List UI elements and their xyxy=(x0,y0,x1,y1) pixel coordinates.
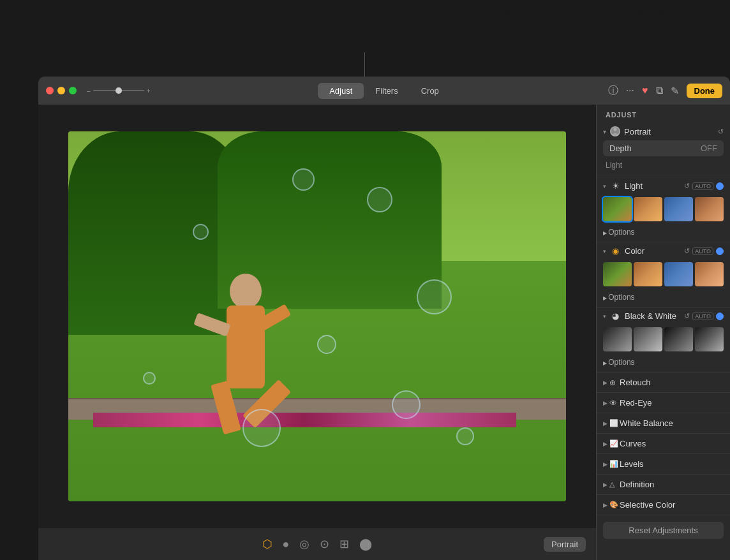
tab-crop[interactable]: Crop xyxy=(410,83,451,99)
minimize-button[interactable] xyxy=(57,87,65,94)
color-controls: ↺ AUTO xyxy=(684,247,724,255)
retouch-section[interactable]: ▶ ⊕ Retouch xyxy=(597,372,730,393)
cube-tool-icon[interactable]: ⬡ xyxy=(262,537,272,551)
color-thumb-3[interactable] xyxy=(664,262,693,286)
redeye-icon: 👁 xyxy=(609,399,620,408)
bubble-7 xyxy=(242,409,281,447)
light-icon: ☀ xyxy=(612,181,622,191)
bubble-5 xyxy=(143,372,156,385)
bw-reset-icon[interactable]: ↺ xyxy=(684,312,690,320)
light-options-label: Options xyxy=(603,228,635,237)
light-auto-badge[interactable]: AUTO xyxy=(692,182,713,190)
photo-scene xyxy=(68,131,566,501)
color-thumb-4[interactable] xyxy=(695,262,724,286)
redeye-chevron: ▶ xyxy=(603,400,609,406)
light-options[interactable]: Options xyxy=(597,224,730,239)
bw-thumb-4[interactable] xyxy=(695,327,724,351)
bw-controls: ↺ AUTO xyxy=(684,312,724,320)
portrait-section-name: Portrait xyxy=(624,127,714,136)
center-tool-icon[interactable]: ⊙ xyxy=(320,537,329,551)
wb-icon: ⬜ xyxy=(609,419,620,427)
color-section-header[interactable]: ▾ ◉ Color ↺ AUTO xyxy=(597,242,730,260)
bw-thumbnails xyxy=(597,325,730,354)
light-section-name: Light xyxy=(625,181,682,191)
bw-indicator xyxy=(716,313,724,320)
edit-icon[interactable]: ✎ xyxy=(671,85,679,97)
selective-chevron: ▶ xyxy=(603,502,609,508)
levels-icon: 📊 xyxy=(609,460,620,468)
levels-section[interactable]: ▶ 📊 Levels xyxy=(597,454,730,475)
light-thumb-1[interactable] xyxy=(603,197,632,221)
more-icon[interactable]: ··· xyxy=(626,85,634,96)
fullscreen-button[interactable] xyxy=(69,87,77,94)
color-thumb-1[interactable] xyxy=(603,262,632,286)
color-options[interactable]: Options xyxy=(597,289,730,304)
bw-auto-badge[interactable]: AUTO xyxy=(692,313,713,320)
light-reset-icon[interactable]: ↺ xyxy=(684,182,690,190)
tab-filters[interactable]: Filters xyxy=(364,83,409,99)
bubble-3 xyxy=(417,279,452,314)
bw-thumb-1[interactable] xyxy=(603,327,632,351)
brightness-slider[interactable]: – + xyxy=(87,87,150,94)
bw-icon: ◕ xyxy=(612,311,622,321)
depth-row: Depth OFF xyxy=(603,140,724,156)
photo-area: ⬡ ● ◎ ⊙ ⊞ ⬤ Portrait xyxy=(38,105,596,560)
light-section-header[interactable]: ▾ ☀ Light ↺ AUTO xyxy=(597,177,730,195)
slider-track xyxy=(93,90,144,91)
color-options-label: Options xyxy=(603,293,635,302)
panel-title: ADJUST xyxy=(597,105,730,122)
definition-section[interactable]: ▶ △ Definition xyxy=(597,475,730,495)
close-button[interactable] xyxy=(46,87,54,94)
light-thumb-2[interactable] xyxy=(634,197,662,221)
tab-adjust[interactable]: Adjust xyxy=(318,83,364,99)
bw-thumb-2[interactable] xyxy=(634,327,662,351)
light-controls: ↺ AUTO xyxy=(684,182,724,190)
heart-icon[interactable]: ♥ xyxy=(642,85,648,96)
svg-point-1 xyxy=(614,128,617,131)
definition-name: Definition xyxy=(620,480,724,489)
selective-name: Selective Color xyxy=(620,500,724,510)
color-section-name: Color xyxy=(625,246,682,256)
callout-text: Klik untuk membuat penyesuaian, menerapk… xyxy=(306,8,677,21)
light-thumb-4[interactable] xyxy=(695,197,724,221)
portrait-section: ▾ Portrait ↺ Depth OFF xyxy=(597,122,730,177)
selective-section[interactable]: ▶ 🎨 Selective Color xyxy=(597,495,730,515)
eye-tool-icon[interactable]: ◎ xyxy=(299,537,309,551)
color-auto-badge[interactable]: AUTO xyxy=(692,247,713,255)
color-reset-icon[interactable]: ↺ xyxy=(684,247,690,255)
bw-section-header[interactable]: ▾ ◕ Black & White ↺ AUTO xyxy=(597,307,730,325)
curves-chevron: ▶ xyxy=(603,441,609,447)
portrait-button[interactable]: Portrait xyxy=(544,537,586,552)
bubble-6 xyxy=(392,390,421,419)
grid-tool-icon[interactable]: ⊞ xyxy=(339,537,349,551)
redeye-section[interactable]: ▶ 👁 Red-Eye xyxy=(597,393,730,413)
circle-tool-icon[interactable]: ● xyxy=(283,538,290,551)
bubble-2 xyxy=(193,224,209,240)
definition-icon: △ xyxy=(609,480,620,489)
levels-name: Levels xyxy=(620,459,724,469)
toolbar-right: ⓘ ··· ♥ ⧉ ✎ Done xyxy=(608,84,722,98)
done-button[interactable]: Done xyxy=(687,84,723,98)
bw-options[interactable]: Options xyxy=(597,354,730,369)
light-thumb-3[interactable] xyxy=(664,197,693,221)
portrait-reset-icon[interactable]: ↺ xyxy=(718,128,724,136)
curves-name: Curves xyxy=(620,439,724,448)
info-icon[interactable]: ⓘ xyxy=(608,84,618,98)
bubble-1 xyxy=(367,187,392,212)
dots-tool-icon[interactable]: ⬤ xyxy=(359,537,372,551)
bw-chevron: ▾ xyxy=(603,313,609,320)
curves-section[interactable]: ▶ 📈 Curves xyxy=(597,434,730,454)
reset-adjustments-button[interactable]: Reset Adjustments xyxy=(603,522,724,539)
traffic-lights xyxy=(46,87,77,94)
duplicate-icon[interactable]: ⧉ xyxy=(656,85,663,96)
portrait-header: ▾ Portrait ↺ xyxy=(603,126,724,136)
color-thumb-2[interactable] xyxy=(634,262,662,286)
slider-thumb xyxy=(115,87,122,94)
light-thumbnails xyxy=(597,195,730,224)
bw-thumb-3[interactable] xyxy=(664,327,693,351)
bubble-4 xyxy=(317,335,336,354)
portrait-chevron[interactable]: ▾ xyxy=(603,128,606,135)
depth-label: Depth xyxy=(609,144,701,153)
adjust-panel: ADJUST ▾ Portrait ↺ xyxy=(596,105,730,560)
wb-section[interactable]: ▶ ⬜ White Balance xyxy=(597,413,730,434)
